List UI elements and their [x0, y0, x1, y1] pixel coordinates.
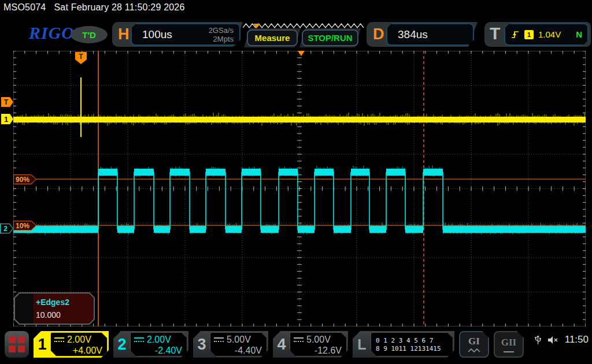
timebase-box[interactable]: 100us 2GSa/s2Mpts: [131, 23, 240, 46]
bottom-bar: 1 2.00V +4.00V 2 2.00V -2.40V 3 5.00V -4…: [5, 330, 524, 358]
dc-coupling-icon: [294, 337, 304, 343]
ch1-offset: +4.00V: [54, 346, 102, 356]
trigger-status-badge: T'D: [71, 26, 108, 43]
trigger-level: 1.04V: [538, 29, 561, 39]
datetime: Sat February 28 11:50:29 2026: [54, 2, 184, 12]
channel2-ground-marker[interactable]: 2: [0, 224, 13, 233]
generator-2-badge[interactable]: GII: [494, 331, 524, 358]
delay-box[interactable]: 384us: [386, 23, 474, 46]
ch2-offset: -2.40V: [134, 346, 182, 356]
measurement-value: 10.000: [36, 310, 61, 320]
status-icons: 11:50: [534, 334, 589, 346]
trigger-level-marker[interactable]: T: [1, 97, 13, 107]
trigger-mode: N: [576, 29, 582, 39]
channel1-ground-marker[interactable]: 1: [1, 114, 13, 124]
logic-row-1: 0 1 2 3 4 5 6 7: [376, 337, 453, 344]
ch4-scale: 5.00V: [306, 335, 331, 345]
ch2-scale: 2.00V: [147, 335, 171, 345]
trigger-source-badge: 1: [524, 30, 534, 39]
delay-value: 384us: [398, 28, 428, 41]
acquisition-info: 2GSa/s2Mpts: [209, 26, 234, 43]
menu-button[interactable]: [5, 331, 29, 358]
stop-run-button[interactable]: STOP/RUN: [302, 29, 358, 46]
rising-edge-icon: [510, 30, 520, 39]
ch1-scale: 2.00V: [67, 335, 91, 345]
trigger-label: T: [490, 24, 500, 43]
svg-text:T: T: [79, 53, 83, 61]
speaker-muted-icon[interactable]: [547, 336, 559, 344]
timebase-value: 100us: [142, 28, 172, 41]
horizontal-label: H: [118, 25, 130, 43]
logic-row-2: 8 9 1011 12131415: [376, 345, 453, 352]
dc-coupling-icon: [134, 337, 144, 343]
oscilloscope-screen: MSO5074Sat February 28 11:50:29 2026 RIG…: [0, 0, 592, 364]
channel-2-badge[interactable]: 2 2.00V -2.40V: [113, 331, 188, 358]
dc-coupling-icon: [214, 337, 224, 343]
delay-label: D: [373, 25, 384, 43]
titlebar: MSO5074Sat February 28 11:50:29 2026: [3, 2, 185, 13]
waveform-display[interactable]: T: [13, 51, 586, 326]
measurement-name: +Edges2: [36, 298, 69, 307]
measure-button[interactable]: Measure: [247, 29, 298, 46]
clock: 11:50: [565, 334, 589, 346]
logic-channels-badge[interactable]: L 0 1 2 3 4 5 6 7 8 9 1011 12131415: [353, 331, 454, 358]
model-name: MSO5074: [3, 2, 46, 12]
usb-icon: [534, 334, 542, 346]
ch4-offset: -12.6V: [294, 346, 342, 356]
ch3-scale: 5.00V: [227, 335, 251, 345]
channel-4-badge[interactable]: 4 5.00V -12.6V: [273, 331, 348, 358]
generator-1-badge[interactable]: GI: [459, 331, 489, 358]
dc-coupling-icon: [54, 337, 64, 343]
channel-1-badge[interactable]: 1 2.00V +4.00V: [34, 331, 109, 358]
ch3-offset: -4.40V: [214, 346, 262, 356]
wave-icon: [468, 348, 480, 353]
channel-3-badge[interactable]: 3 5.00V -4.40V: [193, 331, 268, 358]
trigger-box[interactable]: 1 1.04V N: [504, 23, 589, 46]
measurement-popup[interactable]: +Edges2 10.000: [14, 292, 95, 325]
line-icon: [504, 351, 514, 352]
